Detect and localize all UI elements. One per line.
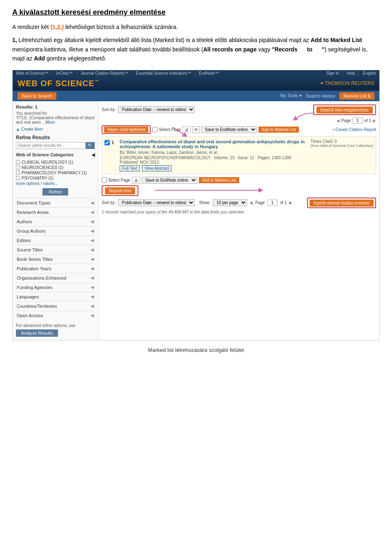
email-icon[interactable]: ✉ <box>192 126 200 133</box>
search-within-button[interactable]: 🔍 <box>86 142 95 149</box>
tekjes-button[interactable]: Tekjes oldal kijelölése <box>104 127 148 133</box>
result-title-1[interactable]: Comparative effectiveness of depot and o… <box>120 139 308 149</box>
refine-button[interactable]: Refine <box>42 188 69 196</box>
highlight-nums: (1,2,) <box>50 24 64 30</box>
save-select-2[interactable]: Save to EndNote online <box>142 177 197 184</box>
analyze-results-button[interactable]: Analyze Results <box>16 329 58 337</box>
more-link[interactable]: More <box>45 120 55 124</box>
topnav-esi[interactable]: Essential Science Indicators™ <box>136 71 191 76</box>
filter-publication-years[interactable]: Publication Years ◀ <box>16 264 95 273</box>
intro-bold-add: Add to Marked List <box>311 37 362 43</box>
wos-sidebar: Results: 1 You searched for: TITLE: (Com… <box>13 101 98 340</box>
print-icon-2[interactable]: 🖨 <box>132 177 140 184</box>
sort-label: Sort by: <box>102 107 116 112</box>
filter-authors[interactable]: Authors ◀ <box>16 217 95 226</box>
result-meta-1: Times Cited: 0 (from Web of Science Core… <box>311 139 373 171</box>
page-nav-next[interactable]: ▶ <box>373 118 376 123</box>
searched-for: You searched for: TITLE: (Comparative ef… <box>16 111 95 124</box>
filter-open-access[interactable]: Open Access ◀ <box>16 311 95 320</box>
filter-label-source-titles: Source Titles <box>17 247 43 252</box>
page-nav-prev[interactable]: ◀ <box>336 118 340 123</box>
topnav-help[interactable]: Help <box>347 71 355 76</box>
categories-header: Web of Science Categories ◀ <box>16 152 95 158</box>
filter-arrow-authors: ◀ <box>91 219 94 224</box>
filter-group-authors[interactable]: Group Authors ◀ <box>16 226 95 236</box>
results-toolbar: Sort by: Publication Date -- newest to o… <box>102 104 376 115</box>
topnav-signin[interactable]: Sign In <box>326 71 339 76</box>
filter-label-orgs-enhanced: Organizations-Enhanced <box>17 276 66 280</box>
sort-select-2[interactable]: Publication Date -- newest to oldest <box>118 199 195 206</box>
marked-list-button[interactable]: Marked List 1 <box>339 92 374 100</box>
filter-label-authors: Authors <box>17 219 32 224</box>
filter-countries[interactable]: Countries/Territories ◀ <box>16 301 95 311</box>
kijelolt-elemek-button[interactable]: Kijelölt elemek listába emelése <box>310 200 374 207</box>
results-header: Results: 1 <box>16 104 95 109</box>
category-label-neurology: CLINICAL NEUROLOGY (1) <box>22 160 73 165</box>
save-select-1[interactable]: Save to EndNote online <box>201 126 257 133</box>
page-container: A kiválasztott keresési eredmény elmenté… <box>0 0 392 361</box>
page-nav-next-2[interactable]: ▶ <box>289 200 292 205</box>
category-item-pharma: PHARMACOLOGY PHARMACY (1) <box>16 171 95 175</box>
add-marked-btn-2[interactable]: Add to Marked List <box>199 177 239 183</box>
category-item-psych: PSYCHIATRY (1) <box>16 176 95 180</box>
page-title: A kiválasztott keresési eredmény elmenté… <box>12 8 380 17</box>
sort-label-2: Sort by: <box>102 200 116 205</box>
sort-select[interactable]: Publication Date -- newest to oldest <box>118 106 195 113</box>
category-checkbox-pharma[interactable] <box>16 171 20 175</box>
logo-tm: ™ <box>94 79 99 84</box>
result-checkbox-1[interactable] <box>105 140 110 145</box>
filter-label-languages: Languages <box>17 294 39 299</box>
filter-document-types[interactable]: Document Types ◀ <box>16 198 95 207</box>
filter-editors[interactable]: Editors ◀ <box>16 236 95 245</box>
result-item-inner: 1 Comparative effectiveness of depot and… <box>105 139 308 171</box>
topnav-wos[interactable]: Web of Science™ <box>16 71 49 76</box>
topnav-english[interactable]: English <box>363 71 376 76</box>
filter-languages[interactable]: Languages ◀ <box>16 292 95 301</box>
filter-source-titles[interactable]: Source Titles ◀ <box>16 245 95 254</box>
topnav-jcr[interactable]: Journal Citation Reports™ <box>80 71 128 76</box>
wos-topnav: Web of Science™ | InCites™ | Journal Cit… <box>13 70 379 76</box>
filter-orgs-enhanced[interactable]: Organizations-Enhanced ◀ <box>16 273 95 282</box>
full-text-button[interactable]: Full Text <box>120 165 140 171</box>
view-abstract-button[interactable]: View Abstract <box>142 165 172 171</box>
times-cited-note: (from Web of Science Core Collection) <box>311 144 373 148</box>
category-label-pharma: PHARMACOLOGY PHARMACY (1) <box>22 171 87 175</box>
topnav-endnote[interactable]: EndNote™ <box>199 71 219 76</box>
create-alert-link[interactable]: ▲ Create Alert <box>16 127 95 131</box>
topnav-incites[interactable]: InCites™ <box>56 71 73 76</box>
page-input-2[interactable] <box>267 200 278 206</box>
bejelolt-btn-container: Bejelölt lista megjelenítése <box>313 104 376 115</box>
category-checkbox-psych[interactable] <box>16 176 20 180</box>
back-to-search-button[interactable]: Back to Search <box>18 92 56 100</box>
sort-bar-2: Sort by: Publication Date -- newest to o… <box>102 198 376 208</box>
bejelolt-tetel-button[interactable]: Bejelölt tétel <box>105 187 135 194</box>
wos-logo: WEB OF SCIENCE™ <box>18 79 99 88</box>
my-tools-link[interactable]: My Tools ▾ <box>281 93 302 98</box>
categories-arrow[interactable]: ◀ <box>91 152 95 158</box>
page-nav-prev-2[interactable]: ◀ <box>249 200 253 205</box>
add-marked-btn-1[interactable]: Add to Marked List <box>258 127 299 133</box>
category-checkbox-neuro[interactable] <box>16 165 20 169</box>
screenshot-wrapper: Web of Science™ | InCites™ | Journal Cit… <box>12 70 380 340</box>
create-citation-link[interactable]: ▪ Create Citation Report <box>333 127 376 132</box>
category-checkbox-neurology[interactable] <box>16 160 20 164</box>
search-within-input[interactable] <box>16 142 86 149</box>
filter-book-series[interactable]: Book Series Titles ◀ <box>16 254 95 264</box>
select-page-checkbox-2[interactable] <box>102 178 107 183</box>
filter-research-areas[interactable]: Research Areas ◀ <box>16 207 95 217</box>
data-matches-msg: 1 records matched your query of the 49,4… <box>102 210 376 214</box>
select-page-checkbox[interactable] <box>152 127 158 132</box>
search-history-link[interactable]: Search History <box>306 93 335 98</box>
more-options-link[interactable]: more options / values... <box>16 181 95 186</box>
intro-bold-1: 1, <box>12 37 17 43</box>
bejelolt-lista-button[interactable]: Bejelölt lista megjelenítése <box>316 107 373 113</box>
show-select-2[interactable]: 10 per page <box>213 199 247 206</box>
category-item-neuro: NEUROSCIENCES (1) <box>16 165 95 170</box>
show-label-2: Show: <box>199 200 210 205</box>
filter-arrow-document-types: ◀ <box>91 200 94 205</box>
page-input[interactable] <box>352 118 363 124</box>
kijelolt-callout: Kijelölt elemek listába emelése <box>307 198 376 208</box>
filter-funding-agencies[interactable]: Funding Agencies ◀ <box>16 282 95 292</box>
annotation-arrow-tekjes <box>171 125 187 138</box>
bottom-caption: Marked list létrehozására szolgáló felül… <box>12 347 380 353</box>
